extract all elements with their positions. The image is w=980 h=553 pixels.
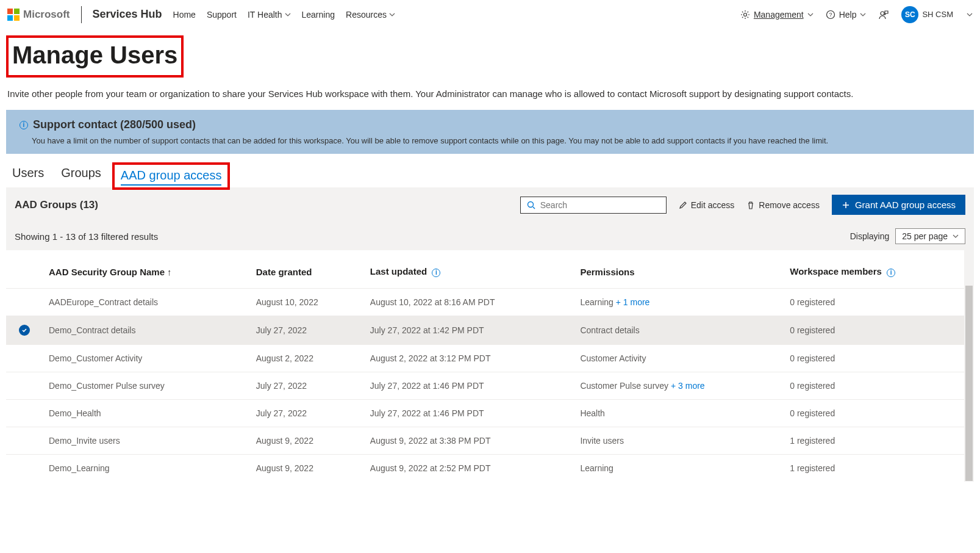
tab-aad-highlight: AAD group access [112, 162, 231, 190]
grant-aad-group-access-button[interactable]: Grant AAD group access [832, 195, 965, 215]
table-row[interactable]: Demo_Invite usersAugust 9, 2022August 9,… [6, 427, 964, 455]
tab-groups[interactable]: Groups [61, 166, 101, 183]
svg-point-8 [528, 201, 533, 207]
search-input-wrapper[interactable] [520, 197, 667, 214]
permissions-more-link[interactable]: + 3 more [671, 381, 705, 391]
gear-icon [740, 10, 750, 20]
row-select-cell[interactable] [6, 427, 43, 455]
last-updated: July 27, 2022 at 1:46 PM PDT [364, 400, 574, 427]
aad-groups-count: AAD Groups (13) [15, 199, 98, 211]
chevron-down-icon [285, 12, 291, 18]
edit-access-label: Edit access [691, 200, 735, 210]
col-date[interactable]: Date granted [250, 250, 364, 289]
edit-access-button[interactable]: Edit access [679, 200, 735, 210]
row-select-cell[interactable] [6, 345, 43, 372]
microsoft-logo[interactable]: Microsoft [7, 9, 70, 21]
nav-divider [81, 6, 82, 23]
col-name[interactable]: AAD Security Group Name↑ [43, 250, 250, 289]
account-name: SH CSM [922, 10, 953, 19]
support-contact-banner: i Support contact (280/500 used) You hav… [6, 110, 974, 154]
management-label: Management [754, 10, 804, 20]
nav-learning[interactable]: Learning [302, 10, 335, 20]
svg-rect-3 [14, 15, 20, 21]
nav-home[interactable]: Home [173, 10, 196, 20]
date-granted: August 9, 2022 [250, 427, 364, 455]
col-permissions[interactable]: Permissions [574, 250, 784, 289]
tab-users[interactable]: Users [12, 166, 44, 183]
info-icon[interactable]: i [432, 269, 440, 277]
nav-help[interactable]: ? Help [826, 10, 867, 20]
table-row[interactable]: Demo_HealthJuly 27, 2022July 27, 2022 at… [6, 400, 964, 427]
info-icon: i [20, 121, 28, 129]
group-name: Demo_Customer Pulse survey [43, 372, 250, 400]
info-icon[interactable]: i [887, 269, 895, 277]
last-updated: August 2, 2022 at 3:12 PM PDT [364, 345, 574, 372]
secondary-nav: Management ? Help SC SH CSM [740, 6, 973, 23]
displaying-label: Displaying [850, 231, 890, 241]
row-select-cell[interactable] [6, 400, 43, 427]
table-row[interactable]: Demo_Customer Pulse surveyJuly 27, 2022J… [6, 372, 964, 400]
row-select-cell[interactable] [6, 289, 43, 316]
last-updated: August 9, 2022 at 2:52 PM PDT [364, 455, 574, 482]
page-content: Manage Users Invite other people from yo… [0, 29, 980, 482]
table-row[interactable]: AADEurope_Contract detailsAugust 10, 202… [6, 289, 964, 316]
table-row[interactable]: Demo_Customer ActivityAugust 2, 2022Augu… [6, 345, 964, 372]
table-row[interactable]: Demo_LearningAugust 9, 2022August 9, 202… [6, 455, 964, 482]
date-granted: July 27, 2022 [250, 372, 364, 400]
hub-name[interactable]: Services Hub [93, 8, 162, 21]
row-select-cell[interactable] [6, 455, 43, 482]
table-row[interactable]: Demo_Contract detailsJuly 27, 2022July 2… [6, 316, 964, 345]
banner-title: Support contact (280/500 used) [33, 118, 196, 131]
permissions: Learning + 1 more [574, 289, 784, 316]
permissions: Learning [574, 455, 784, 482]
plus-icon [842, 201, 850, 209]
col-updated[interactable]: Last updated i [364, 250, 574, 289]
trash-icon [746, 201, 755, 209]
svg-rect-1 [14, 9, 20, 14]
avatar: SC [901, 6, 918, 23]
pager-bar: Showing 1 - 13 of 13 filtered results Di… [6, 222, 974, 250]
aad-groups-table: AAD Security Group Name↑ Date granted La… [6, 250, 964, 482]
nav-it-health[interactable]: IT Health [248, 10, 291, 20]
last-updated: July 27, 2022 at 1:42 PM PDT [364, 316, 574, 345]
remove-access-button[interactable]: Remove access [746, 200, 820, 210]
workspace-members: 0 registered [784, 316, 964, 345]
nav-management[interactable]: Management [740, 10, 814, 20]
row-select-cell[interactable] [6, 316, 43, 345]
nav-support[interactable]: Support [207, 10, 237, 20]
scrollbar-thumb[interactable] [965, 286, 973, 481]
group-name: Demo_Invite users [43, 427, 250, 455]
chevron-down-icon [953, 233, 959, 239]
permissions-more-link[interactable]: + 1 more [616, 297, 650, 307]
banner-title-row: i Support contact (280/500 used) [17, 118, 963, 131]
nav-resources[interactable]: Resources [346, 10, 395, 20]
search-input[interactable] [540, 200, 660, 210]
sort-asc-icon: ↑ [167, 267, 172, 277]
col-members[interactable]: Workspace members i [784, 250, 964, 289]
remove-access-label: Remove access [759, 200, 820, 210]
last-updated: August 10, 2022 at 8:16 AM PDT [364, 289, 574, 316]
row-select-cell[interactable] [6, 372, 43, 400]
date-granted: August 10, 2022 [250, 289, 364, 316]
nav-feedback[interactable] [878, 9, 889, 20]
account-menu[interactable]: SC SH CSM [901, 6, 973, 23]
workspace-members: 0 registered [784, 400, 964, 427]
page-title-highlight: Manage Users [6, 35, 184, 78]
page-title: Manage Users [9, 38, 181, 75]
col-select [6, 250, 43, 289]
date-granted: July 27, 2022 [250, 316, 364, 345]
svg-text:?: ? [829, 12, 832, 18]
primary-nav: Home Support IT Health Learning Resource… [173, 10, 395, 20]
tab-aad-group-access[interactable]: AAD group access [121, 168, 222, 186]
table-header-row: AAD Security Group Name↑ Date granted La… [6, 250, 964, 289]
search-icon [527, 201, 535, 209]
top-nav: Microsoft Services Hub Home Support IT H… [0, 0, 980, 29]
date-granted: August 9, 2022 [250, 455, 364, 482]
vertical-scrollbar[interactable] [964, 250, 974, 482]
showing-text: Showing 1 - 13 of 13 filtered results [15, 231, 158, 242]
per-page-select[interactable]: 25 per page [895, 228, 965, 244]
per-page-value: 25 per page [902, 231, 948, 241]
workspace-members: 1 registered [784, 455, 964, 482]
date-granted: July 27, 2022 [250, 400, 364, 427]
group-name: Demo_Contract details [43, 316, 250, 345]
